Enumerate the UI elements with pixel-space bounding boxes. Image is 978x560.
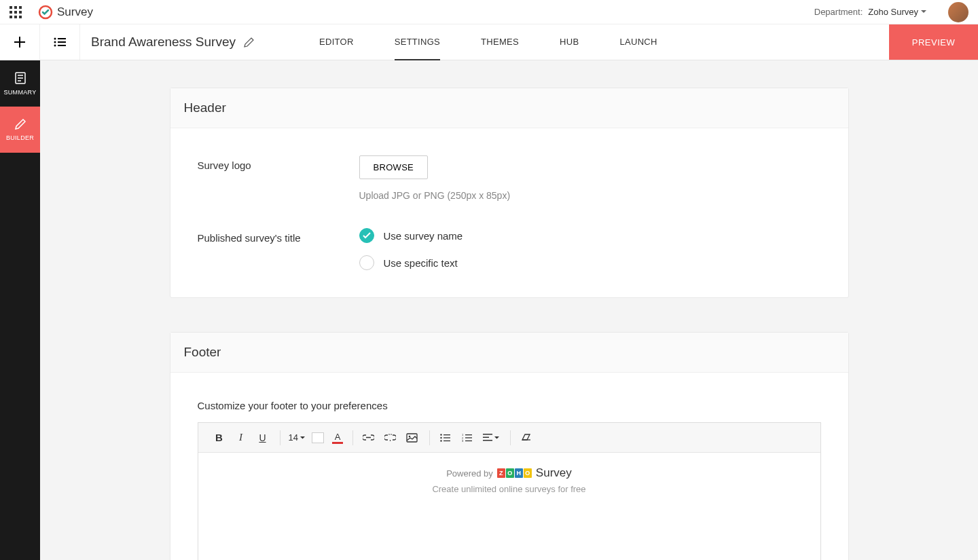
text-color-button[interactable]: A [332,432,343,444]
radio-use-specific-text[interactable]: Use specific text [359,255,821,270]
tab-editor[interactable]: EDITOR [319,24,354,60]
title-row: Published survey's title Use survey name… [198,228,821,270]
sidebar: SUMMARY BUILDER [0,60,40,560]
unlink-icon [384,434,396,441]
svg-rect-23 [483,437,489,438]
upload-hint: Upload JPG or PNG (250px x 85px) [359,190,821,201]
header-card: Header Survey logo BROWSE Upload JPG or … [170,88,849,298]
underline-button[interactable]: U [253,428,273,448]
radio-icon [359,228,374,243]
font-size-select[interactable]: 14 [286,432,308,443]
radio-label: Use survey name [384,230,463,242]
list-button[interactable] [40,24,80,60]
separator [429,430,430,445]
svg-point-1 [54,38,56,40]
clear-format-button[interactable] [516,428,537,448]
bullet-list-button[interactable] [435,428,456,448]
svg-rect-19 [465,437,472,438]
survey-title-wrap: Brand Awareness Survey [80,24,265,60]
eraser-icon [521,434,531,441]
edit-icon[interactable] [244,37,254,48]
link-button[interactable] [359,428,379,448]
list-icon [54,37,66,47]
separator [280,430,280,445]
rte-content[interactable]: Powered by ZOHO Survey Create unlimited … [198,453,820,560]
department-value: Zoho Survey [868,7,918,17]
tab-hub[interactable]: HUB [560,24,579,60]
link-icon [363,434,374,441]
svg-rect-24 [483,440,492,441]
navbar: Brand Awareness Survey EDITOR SETTINGS T… [0,24,978,60]
card-head: Header [170,88,848,128]
svg-point-3 [54,41,56,43]
logo-label: Survey logo [198,155,359,171]
bold-button[interactable]: B [209,428,230,448]
svg-rect-15 [443,440,450,441]
svg-point-14 [441,440,442,441]
tab-settings[interactable]: SETTINGS [395,24,440,60]
summary-icon [14,71,27,85]
topbar: Survey Department: Zoho Survey [0,0,978,24]
nav-tabs: EDITOR SETTINGS THEMES HUB LAUNCH [319,24,657,60]
svg-point-9 [409,435,411,437]
rte-toolbar: B I U 14 A [198,423,820,453]
italic-button[interactable]: I [231,428,251,448]
radio-use-survey-name[interactable]: Use survey name [359,228,821,243]
department-select[interactable]: Zoho Survey [868,7,926,17]
add-button[interactable] [0,24,40,60]
plus-icon [14,36,26,48]
check-icon [363,232,371,239]
brand-text: Survey [57,5,93,19]
svg-point-10 [441,434,442,435]
browse-button[interactable]: BROWSE [359,155,429,179]
sidebar-item-summary[interactable]: SUMMARY [0,60,40,107]
card-title: Footer [184,345,835,360]
svg-rect-2 [58,38,66,39]
apps-grid-icon[interactable] [10,6,22,18]
title-option-label: Published survey's title [198,228,359,244]
image-button[interactable] [402,428,422,448]
align-icon [483,434,492,441]
footer-card: Footer Customize your footer to your pre… [170,332,849,560]
powered-by: Powered by ZOHO Survey [446,466,572,480]
zoho-logo-icon: ZOHO [497,468,532,478]
svg-rect-17 [465,434,472,435]
tab-themes[interactable]: THEMES [481,24,519,60]
unlink-button[interactable] [380,428,401,448]
tagline: Create unlimited online surveys for free [212,484,807,494]
content: Header Survey logo BROWSE Upload JPG or … [40,60,978,560]
svg-rect-4 [58,41,66,43]
avatar[interactable] [948,2,968,22]
number-list-icon: 123 [462,434,472,442]
sidebar-item-label: BUILDER [6,134,34,141]
chevron-down-icon [300,436,305,439]
font-size-value: 14 [289,432,298,443]
svg-rect-21 [465,440,472,441]
bg-color-button[interactable] [312,432,324,443]
svg-point-5 [54,45,56,47]
radio-icon [359,255,374,270]
department-label: Department: [814,7,863,17]
card-head: Footer [170,333,848,373]
svg-text:3: 3 [462,439,464,442]
radio-label: Use specific text [384,257,458,269]
survey-title: Brand Awareness Survey [91,35,236,50]
svg-rect-6 [58,45,66,46]
brand-logo-icon [38,5,53,20]
separator [510,430,511,445]
logo-row: Survey logo BROWSE Upload JPG or PNG (25… [198,155,821,201]
preview-button[interactable]: PREVIEW [889,24,978,60]
brand[interactable]: Survey [38,5,93,20]
tab-launch[interactable]: LAUNCH [619,24,657,60]
align-button[interactable] [479,428,503,448]
svg-rect-11 [443,434,450,435]
svg-point-12 [441,436,442,438]
number-list-button[interactable]: 123 [457,428,477,448]
builder-icon [14,118,26,130]
sidebar-item-builder[interactable]: BUILDER [0,107,40,153]
card-title: Header [184,100,835,115]
bullet-list-icon [440,434,450,442]
footer-description: Customize your footer to your preference… [198,400,821,411]
rich-text-editor: B I U 14 A [198,422,821,560]
powered-prefix: Powered by [446,468,493,479]
